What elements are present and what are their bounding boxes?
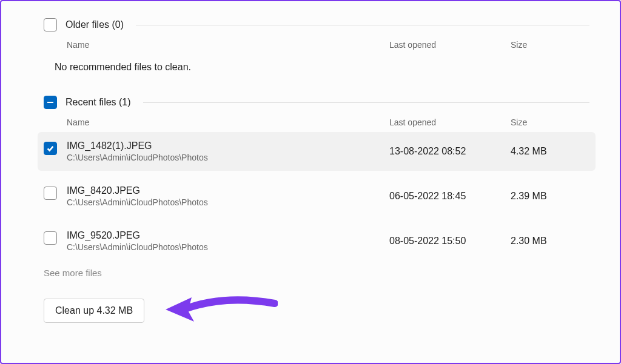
file-last-opened: 13-08-2022 08:52 (389, 146, 511, 157)
file-path: C:\Users\Admin\iCloudPhotos\Photos (67, 197, 389, 207)
divider (143, 102, 589, 103)
col-last-opened: Last opened (389, 40, 511, 50)
divider (136, 25, 589, 25)
clean-up-button[interactable]: Clean up 4.32 MB (44, 299, 144, 323)
older-files-checkbox[interactable] (44, 18, 57, 31)
see-more-link[interactable]: See more files (44, 260, 589, 291)
col-size: Size (511, 40, 589, 50)
arrow-annotation-icon (163, 291, 278, 330)
file-last-opened: 06-05-2022 18:45 (389, 191, 511, 202)
file-row[interactable]: IMG_8420.JPEG C:\Users\Admin\iCloudPhoto… (38, 177, 596, 216)
recent-files-checkbox[interactable] (44, 96, 57, 109)
recent-columns: Name Last opened Size (44, 109, 589, 132)
older-files-title: Older files (0) (65, 19, 124, 30)
col-last-opened: Last opened (389, 117, 511, 127)
col-name: Name (67, 117, 389, 127)
col-size: Size (511, 117, 589, 127)
file-name: IMG_1482(1).JPEG (67, 141, 389, 151)
file-checkbox[interactable] (44, 142, 57, 155)
file-last-opened: 08-05-2022 15:50 (389, 236, 511, 247)
file-path: C:\Users\Admin\iCloudPhotos\Photos (67, 242, 389, 252)
older-empty-message: No recommended files to clean. (44, 55, 589, 91)
file-size: 2.39 MB (511, 191, 589, 202)
file-name: IMG_9520.JPEG (67, 230, 389, 241)
recent-files-title: Recent files (1) (65, 97, 131, 108)
file-checkbox[interactable] (44, 187, 57, 200)
file-size: 4.32 MB (511, 146, 589, 157)
older-columns: Name Last opened Size (44, 31, 589, 55)
file-row[interactable]: IMG_9520.JPEG C:\Users\Admin\iCloudPhoto… (38, 222, 596, 260)
file-path: C:\Users\Admin\iCloudPhotos\Photos (67, 153, 389, 162)
col-name: Name (67, 40, 389, 50)
file-row[interactable]: IMG_1482(1).JPEG C:\Users\Admin\iCloudPh… (38, 132, 596, 171)
file-name: IMG_8420.JPEG (67, 185, 389, 196)
older-files-header: Older files (0) (44, 18, 589, 31)
file-checkbox[interactable] (44, 231, 57, 245)
check-icon (46, 144, 55, 153)
file-size: 2.30 MB (511, 236, 589, 247)
recent-files-header: Recent files (1) (44, 96, 589, 109)
